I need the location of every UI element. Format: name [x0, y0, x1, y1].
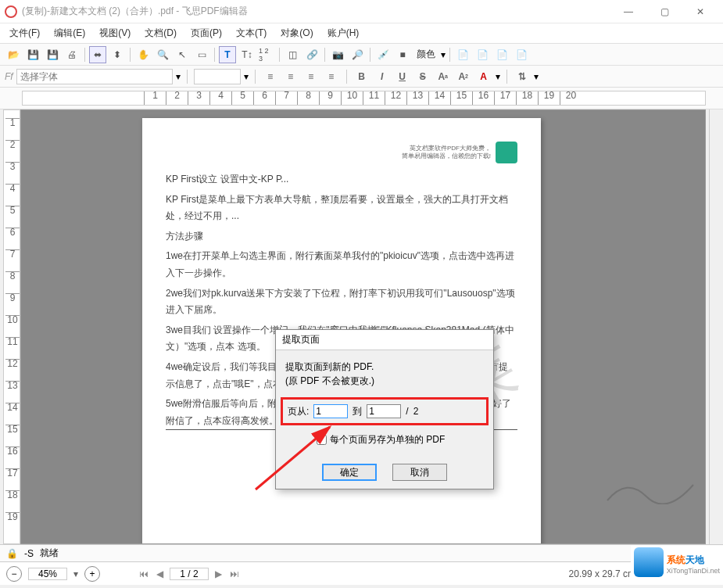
app-icon	[5, 5, 17, 18]
font-color-dropdown-icon[interactable]: ▾	[496, 71, 500, 82]
align-center-icon[interactable]: ≡	[282, 68, 299, 85]
page-range-row: 页从: 到 / 2	[281, 397, 489, 425]
save-as-icon[interactable]: 💾	[44, 46, 61, 63]
slash-label: /	[406, 406, 408, 417]
brand-watermark: 系统天地 XiTongTianDi.net	[631, 546, 723, 579]
size-dropdown-icon[interactable]: ▾	[244, 71, 249, 82]
close-button[interactable]: ✕	[682, 0, 718, 23]
add-page-icon[interactable]: 📄	[474, 46, 491, 63]
snapshot-icon[interactable]: 📷	[329, 46, 346, 63]
text-format-icon[interactable]: 1 2 3	[258, 46, 275, 63]
dialog-description: 提取页面到新的 PDF. (原 PDF 不会被更改.)	[285, 360, 484, 388]
extract-page-icon[interactable]: 📄	[493, 46, 510, 63]
maximize-button[interactable]: ▢	[646, 0, 682, 23]
menu-page[interactable]: 页面(P)	[186, 25, 227, 41]
eyedropper-icon[interactable]: 💉	[374, 46, 392, 63]
checkbox-label: 每个页面另存为单独的 PDF	[330, 433, 445, 446]
document-canvas[interactable]: 英文档案软件PDF大师免费，简单易用编辑器，信赖您的下载! KP First设立…	[20, 109, 706, 544]
hand-icon[interactable]: ✋	[134, 46, 152, 63]
page-header-text: 英文档案软件PDF大师免费，简单易用编辑器，信赖您的下载!	[402, 145, 491, 161]
underline-icon[interactable]: U	[394, 68, 411, 85]
total-pages-label: 2	[413, 406, 419, 417]
font-color-icon[interactable]: A	[475, 68, 492, 85]
zoom-bar: − 45% ▾ + ⏮ ◀ 1 / 2 ▶ ⏭ 20.99 x 29.7 cm …	[0, 561, 723, 585]
crop-icon[interactable]: ◫	[284, 46, 301, 63]
save-icon[interactable]: 💾	[24, 46, 41, 63]
font-size-input[interactable]	[194, 69, 241, 84]
vertical-scrollbar[interactable]	[709, 109, 723, 544]
menu-file[interactable]: 文件(F)	[5, 25, 45, 41]
line-spacing-icon[interactable]: ⇅	[514, 68, 531, 85]
ruler-bar: 1234567891011121314151617181920	[0, 88, 723, 109]
bold-icon[interactable]: B	[353, 68, 370, 85]
workspace: 12345678910111213141516171819 英文档案软件PDF大…	[0, 109, 723, 544]
from-label: 页从:	[288, 405, 309, 418]
brand-icon	[634, 547, 664, 577]
select-icon[interactable]: ↖	[174, 46, 191, 63]
print-icon[interactable]: 🖨	[63, 46, 81, 63]
menu-account[interactable]: 账户(H)	[323, 25, 364, 41]
subscript-icon[interactable]: A2	[455, 68, 472, 85]
minimize-button[interactable]: —	[610, 0, 646, 23]
to-page-input[interactable]	[367, 404, 401, 418]
background-scribble	[603, 473, 697, 504]
menubar: 文件(F) 编辑(E) 视图(V) 文档(D) 页面(P) 文本(T) 对象(O…	[0, 23, 723, 44]
format-toolbar: Ff ▾ ▾ ≡ ≡ ≡ ≡ B I U S Aa A2 A ▾ ⇅ ▾	[0, 66, 723, 88]
zoom-value[interactable]: 45%	[28, 568, 67, 580]
search-icon[interactable]: 🔎	[349, 46, 366, 63]
last-page-button[interactable]: ⏭	[228, 568, 241, 579]
color-swatch-icon[interactable]: ■	[394, 46, 411, 63]
menu-document[interactable]: 文档(D)	[140, 25, 181, 41]
status-bar: 🔒 -S 就绪	[0, 544, 723, 561]
page-dimensions: 20.99 x 29.7 cm	[569, 568, 635, 579]
edit-object-icon[interactable]: ▭	[193, 46, 210, 63]
font-select[interactable]	[16, 69, 173, 84]
link-icon[interactable]: 🔗	[303, 46, 320, 63]
extract-pages-dialog: 提取页面 提取页面到新的 PDF. (原 PDF 不会被更改.) 页从: 到 /…	[275, 329, 494, 489]
titlebar: (复制)-新建文本文档 (2)（合并）.pdf - 飞思PDF编辑器 — ▢ ✕	[0, 0, 723, 23]
first-page-button[interactable]: ⏮	[138, 568, 150, 579]
menu-edit[interactable]: 编辑(E)	[49, 25, 90, 41]
fit-page-icon[interactable]: ⬌	[89, 46, 106, 63]
align-left-icon[interactable]: ≡	[262, 68, 279, 85]
font-dropdown-icon[interactable]: ▾	[176, 71, 181, 82]
status-text: 就绪	[40, 547, 59, 560]
to-label: 到	[353, 405, 362, 418]
zoom-dropdown-icon[interactable]: ▾	[73, 568, 78, 579]
zoom-out-button[interactable]: −	[6, 566, 22, 582]
vertical-ruler[interactable]: 12345678910111213141516171819	[3, 109, 20, 544]
color-dropdown-icon[interactable]: ▾	[441, 49, 446, 60]
text-select-icon[interactable]: T↕	[238, 46, 256, 63]
fit-width-icon[interactable]: ⬍	[109, 46, 126, 63]
superscript-icon[interactable]: Aa	[435, 68, 452, 85]
zoom-icon[interactable]: 🔍	[154, 46, 171, 63]
zoom-in-button[interactable]: +	[84, 566, 100, 582]
italic-icon[interactable]: I	[374, 68, 391, 85]
menu-text[interactable]: 文本(T)	[231, 25, 271, 41]
menu-object[interactable]: 对象(O)	[276, 25, 317, 41]
horizontal-ruler[interactable]: 1234567891011121314151617181920	[22, 91, 706, 106]
text-tool-icon[interactable]: T	[219, 46, 236, 63]
align-justify-icon[interactable]: ≡	[323, 68, 340, 85]
page-indicator[interactable]: 1 / 2	[170, 568, 209, 580]
page-header-icon	[496, 142, 517, 163]
prev-page-button[interactable]: ◀	[155, 568, 165, 579]
separate-pdf-checkbox[interactable]	[317, 435, 327, 445]
security-dash: -S	[24, 548, 34, 559]
main-toolbar: 📂 💾 💾 🖨 ⬌ ⬍ ✋ 🔍 ↖ ▭ T T↕ 1 2 3 ◫ 🔗 📷 🔎 💉…	[0, 44, 723, 66]
separate-pdf-checkbox-row: 每个页面另存为单独的 PDF	[285, 433, 484, 446]
align-right-icon[interactable]: ≡	[302, 68, 320, 85]
menu-view[interactable]: 视图(V)	[95, 25, 135, 41]
from-page-input[interactable]	[313, 404, 348, 418]
open-icon[interactable]: 📂	[5, 46, 22, 63]
delete-page-icon[interactable]: 📄	[513, 46, 530, 63]
dialog-title: 提取页面	[276, 330, 493, 350]
insert-page-icon[interactable]: 📄	[454, 46, 471, 63]
color-label: 颜色	[413, 48, 438, 61]
strike-icon[interactable]: S	[414, 68, 431, 85]
spacing-dropdown-icon[interactable]: ▾	[534, 71, 539, 82]
ok-button[interactable]: 确定	[322, 464, 377, 481]
next-page-button[interactable]: ▶	[213, 568, 224, 579]
cancel-button[interactable]: 取消	[392, 464, 447, 481]
window-title: (复制)-新建文本文档 (2)（合并）.pdf - 飞思PDF编辑器	[22, 5, 610, 18]
